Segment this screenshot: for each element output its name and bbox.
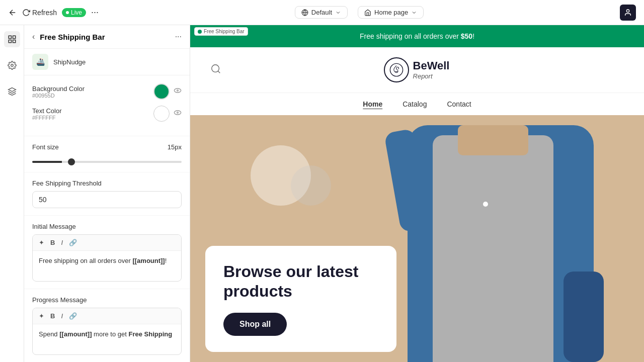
svg-rect-6 [13,40,15,43]
shipping-bar-tag: Free Shipping Bar [194,27,248,36]
shipping-bar-tag-text: Free Shipping Bar [204,29,245,34]
refresh-button[interactable]: Refresh [22,9,57,17]
progress-bold1: [[amount]] [59,330,92,338]
shipping-bar-text: Free shipping on all orders over [360,32,461,40]
threshold-section: Fee Shipping Threshold [24,172,190,216]
nav-home[interactable]: Home [363,100,382,108]
shipping-bar-end: ! [472,32,474,40]
initial-message-content[interactable]: Free shipping on all orders over [[amoun… [33,251,181,281]
initial-message-toolbar: ✦ B I 🔗 [33,235,181,251]
background-color-section: Background Color #00955D Text Color #FFF… [24,75,190,136]
top-bar-center: Default Home page [105,6,614,19]
home-page-selector[interactable]: Home page [358,6,424,19]
website-header: BeWell Report [190,47,644,93]
initial-message-section: Initial Message ✦ B I 🔗 Free shipping on… [24,216,190,289]
hero-circle-2 [291,165,331,206]
toolbar-bold-button2[interactable]: B [48,311,57,321]
bg-color-value: #00955D [32,93,85,99]
font-size-section: Font size 15px [24,136,190,172]
initial-message-label: Initial Message [32,223,182,230]
bg-color-eye-icon[interactable] [174,86,182,97]
bg-color-label: Background Color [32,85,85,93]
main-layout: ‹ Free Shipping Bar ··· 🚢 ShipNudge Back… [0,25,644,362]
nav-catalog[interactable]: Catalog [403,100,427,108]
text-color-label: Text Color [32,107,62,115]
text-color-swatch[interactable] [153,106,170,122]
nav-contact[interactable]: Contact [447,100,471,108]
search-icon[interactable] [210,63,221,77]
svg-rect-4 [13,36,15,38]
back-button[interactable] [8,8,17,17]
progress-message-content[interactable]: Spend [[amount]] more to get Free Shippi… [33,324,181,354]
live-label: Live [71,9,82,16]
svg-point-8 [174,88,181,93]
hero-title: Browse our latest products [223,262,378,301]
svg-point-2 [626,10,629,12]
nav-home-icon[interactable] [4,31,20,47]
panel-back-button[interactable]: ‹ [32,32,35,41]
svg-rect-3 [9,36,11,38]
toolbar-link-button[interactable]: 🔗 [67,238,79,247]
svg-rect-5 [9,40,11,43]
toolbar-magic-icon2[interactable]: ✦ [37,311,46,321]
text-color-row: Text Color #FFFFFF [32,106,182,122]
svg-point-14 [390,63,403,76]
progress-message-editor: ✦ B I 🔗 Spend [[amount]] more to get Fre… [32,308,182,355]
svg-point-10 [174,111,181,115]
shirt [433,135,553,362]
shop-all-button[interactable]: Shop all [223,313,287,336]
toolbar-link-button2[interactable]: 🔗 [67,311,79,321]
toolbar-bold-button[interactable]: B [48,238,57,247]
default-selector[interactable]: Default [295,6,348,19]
more-options-button[interactable]: ··· [91,7,99,18]
text-color-value: #FFFFFF [32,115,62,121]
panel-app-row: 🚢 ShipNudge [24,49,190,75]
svg-point-9 [177,90,179,92]
font-size-slider[interactable] [32,161,182,163]
neck [458,125,528,155]
app-icon: 🚢 [32,54,48,70]
shipping-bar-bold: $50 [461,32,472,40]
user-icon[interactable] [620,5,636,21]
threshold-input[interactable] [32,191,182,208]
preview-area: Free Shipping Bar Free shipping on all o… [190,25,644,362]
nav-settings-icon[interactable] [4,57,20,73]
hero-person-illustration [392,115,594,362]
settings-panel: ‹ Free Shipping Bar ··· 🚢 ShipNudge Back… [24,25,190,362]
website-frame: Free Shipping Bar Free shipping on all o… [190,25,644,362]
default-label: Default [311,9,332,16]
website-nav: Home Catalog Contact [190,93,644,115]
progress-mid: more to get [92,330,128,338]
initial-message-editor: ✦ B I 🔗 Free shipping on all orders over… [32,234,182,282]
text-color-controls [153,106,182,122]
text-color-label-group: Text Color #FFFFFF [32,107,62,121]
bg-color-swatch[interactable] [153,83,170,100]
font-size-value: 15px [168,143,182,151]
toolbar-italic-button2[interactable]: I [59,311,65,321]
top-bar-right [620,5,636,21]
toolbar-italic-button[interactable]: I [59,238,65,247]
shipping-bar-dot [198,30,202,34]
home-page-label: Home page [374,9,408,16]
initial-message-end: ! [165,257,167,264]
initial-message-text: Free shipping on all orders over [39,257,132,264]
top-bar-left: Refresh Live ··· [8,7,99,18]
top-bar: Refresh Live ··· Default Home page [0,0,644,25]
svg-point-12 [212,64,219,72]
live-dot [66,11,69,14]
brand-logo: BeWell Report [384,57,450,82]
logo-icon [384,57,409,82]
hero-card: Browse our latest products Shop all [205,246,396,352]
panel-header: ‹ Free Shipping Bar ··· [24,25,190,49]
toolbar-magic-icon[interactable]: ✦ [37,238,46,247]
nav-blocks-icon[interactable] [4,83,20,100]
bg-color-row: Background Color #00955D [32,83,182,100]
shipping-bar: Free Shipping Bar Free shipping on all o… [190,25,644,47]
refresh-label: Refresh [32,9,57,17]
text-color-eye-icon[interactable] [174,109,182,119]
brand-name: BeWell [413,60,450,72]
progress-message-toolbar: ✦ B I 🔗 [33,308,181,324]
panel-more-button[interactable]: ··· [175,32,182,41]
arm-right [564,272,604,362]
svg-point-7 [11,64,13,67]
